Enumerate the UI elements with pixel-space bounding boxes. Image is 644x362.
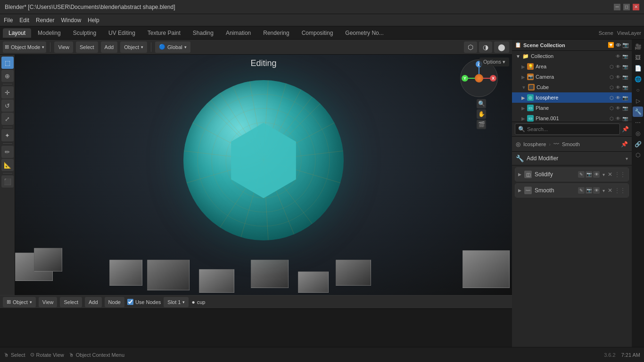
- cube-eye-icon[interactable]: 👁: [616, 85, 620, 90]
- scene-props-icon[interactable]: 🌐: [633, 74, 643, 84]
- outliner-camera[interactable]: ▶ 📷 Camera ⬡ 👁 📷: [512, 72, 632, 82]
- ne-select-btn[interactable]: Select: [60, 297, 82, 307]
- transform-tool[interactable]: ✦: [1, 129, 14, 141]
- smooth-realtime-icon[interactable]: 👁: [593, 187, 600, 194]
- tab-compositing[interactable]: Compositing: [296, 28, 339, 38]
- add-btn[interactable]: Add: [101, 41, 118, 53]
- camera-select-icon[interactable]: ⬡: [610, 74, 614, 80]
- outliner-plane-001[interactable]: ▶ ▭ Plane.001 ⬡ 👁 📷: [512, 113, 632, 122]
- outliner-plane[interactable]: ▶ ▭ Plane ⬡ 👁 📷: [512, 103, 632, 113]
- measure-tool[interactable]: 📐: [1, 159, 14, 171]
- tab-geometry-nodes[interactable]: Geometry No...: [339, 28, 389, 38]
- data-props-icon[interactable]: ⬡: [633, 150, 643, 160]
- pin-icon[interactable]: 📌: [622, 126, 629, 132]
- col-eye-icon[interactable]: 👁: [616, 54, 620, 59]
- cube-select-icon[interactable]: ⬡: [610, 85, 614, 90]
- plane-select-icon[interactable]: ⬡: [610, 106, 614, 111]
- prop-search[interactable]: 🔍: [515, 123, 620, 135]
- obj-props-icon[interactable]: ▷: [633, 96, 643, 106]
- minimize-button[interactable]: ─: [614, 4, 620, 10]
- object-btn[interactable]: Object ▾: [120, 41, 147, 53]
- icosphere-select-icon[interactable]: ⬡: [610, 95, 614, 100]
- viewport-shading-btn[interactable]: ⬡: [464, 41, 477, 53]
- view-btn[interactable]: View: [54, 41, 73, 53]
- solidify-header[interactable]: ▶ ◫ Solidify ✎ 📷 👁 ▾ ✕ ⋮⋮: [515, 168, 628, 181]
- solidify-render-icon[interactable]: 📷: [586, 171, 592, 178]
- cursor-tool[interactable]: ⊕: [1, 70, 14, 82]
- plane-cam-icon[interactable]: 📷: [622, 106, 628, 111]
- render-props-icon[interactable]: 🎥: [633, 41, 643, 52]
- world-props-icon[interactable]: ○: [633, 85, 643, 95]
- outliner-filter-icon[interactable]: 🔽: [608, 42, 614, 48]
- pin-icon-2[interactable]: 📌: [621, 141, 628, 148]
- smooth-delete-btn[interactable]: ✕: [608, 187, 612, 194]
- icosphere-eye-icon[interactable]: 👁: [616, 95, 620, 100]
- tab-animation[interactable]: Animation: [220, 28, 256, 38]
- pan-btn[interactable]: ✋: [477, 109, 486, 119]
- 3d-viewport[interactable]: Editing Options ▾ Z X Y: [15, 55, 512, 295]
- outliner-area[interactable]: ▶ 💡 Area ⬡ 👁 📷: [512, 61, 632, 72]
- tab-modeling[interactable]: Modeling: [32, 28, 66, 38]
- area-eye-icon[interactable]: 👁: [616, 64, 620, 69]
- solidify-drag-handle[interactable]: ⋮⋮: [614, 171, 626, 178]
- ne-slot-btn[interactable]: Slot 1 ▾: [164, 297, 189, 307]
- ne-add-btn[interactable]: Add: [85, 297, 102, 307]
- solidify-delete-btn[interactable]: ✕: [608, 171, 612, 178]
- move-tool[interactable]: ✛: [1, 86, 14, 99]
- ne-mode-btn[interactable]: ⊞ Object ▾: [3, 297, 36, 307]
- transform-btn[interactable]: 🔵 Global ▾: [155, 41, 190, 53]
- smooth-drag-handle[interactable]: ⋮⋮: [614, 187, 626, 194]
- plane001-eye-icon[interactable]: 👁: [616, 116, 620, 121]
- solidify-edit-icon[interactable]: ✎: [578, 171, 585, 178]
- ne-view-btn[interactable]: View: [39, 297, 58, 307]
- menu-file[interactable]: File: [4, 17, 13, 24]
- viewlayer-props-icon[interactable]: 📄: [633, 63, 643, 74]
- outliner-icosphere[interactable]: ▶ ◎ Icosphere ⬡ 👁 📷: [512, 92, 632, 103]
- add-modifier-row[interactable]: 🔧 Add Modifier ▾: [512, 152, 632, 165]
- solidify-dropdown-btn[interactable]: ▾: [602, 172, 606, 178]
- scale-tool[interactable]: ⤢: [1, 113, 14, 125]
- select-box-tool[interactable]: ⬚: [1, 57, 14, 69]
- solidify-realtime-icon[interactable]: 👁: [593, 171, 600, 178]
- ne-node-btn[interactable]: Node: [105, 297, 124, 307]
- outliner-eye-icon[interactable]: 👁: [616, 42, 621, 48]
- rotate-tool[interactable]: ↺: [1, 99, 14, 112]
- tab-shading[interactable]: Shading: [187, 28, 219, 38]
- smooth-dropdown-btn[interactable]: ▾: [602, 188, 606, 194]
- area-select-icon[interactable]: ⬡: [610, 64, 614, 69]
- tab-layout[interactable]: Layout: [3, 28, 31, 38]
- search-input[interactable]: [527, 126, 617, 132]
- menu-edit[interactable]: Edit: [19, 17, 29, 24]
- plane-eye-icon[interactable]: 👁: [616, 106, 620, 111]
- tab-uv-editing[interactable]: UV Editing: [103, 28, 141, 38]
- options-button[interactable]: Options ▾: [479, 58, 509, 66]
- mode-icon-btn[interactable]: ⊞ Object Mode ▾: [3, 41, 46, 53]
- smooth-edit-icon[interactable]: ✎: [578, 187, 585, 194]
- physics-props-icon[interactable]: ◎: [633, 128, 643, 139]
- zoom-in-btn[interactable]: 🔍: [477, 99, 486, 108]
- tab-texture-paint[interactable]: Texture Paint: [142, 28, 186, 38]
- output-props-icon[interactable]: 🖼: [633, 52, 643, 63]
- camera-btn[interactable]: 🎬: [477, 120, 486, 129]
- breadcrumb-icosphere[interactable]: Icosphere: [523, 141, 546, 147]
- viewport-overlay-btn[interactable]: ◑: [479, 41, 492, 53]
- particles-props-icon[interactable]: ⋯: [633, 117, 643, 128]
- constraints-props-icon[interactable]: 🔗: [633, 139, 643, 149]
- annotate-tool[interactable]: ✏: [1, 146, 14, 158]
- plane001-cam-icon[interactable]: 📷: [622, 116, 628, 121]
- modifier-props-icon[interactable]: 🔧: [633, 107, 643, 117]
- maximize-button[interactable]: □: [623, 4, 630, 10]
- camera-eye-icon[interactable]: 👁: [616, 74, 620, 80]
- area-cam-icon[interactable]: 📷: [622, 64, 628, 69]
- smooth-render-icon[interactable]: 📷: [586, 187, 592, 194]
- menu-help[interactable]: Help: [88, 17, 99, 24]
- close-button[interactable]: ✕: [633, 4, 639, 10]
- gizmo-x-axis[interactable]: X: [490, 75, 496, 82]
- plane001-select-icon[interactable]: ⬡: [610, 116, 614, 121]
- outliner-camera-icon[interactable]: 📷: [622, 42, 629, 48]
- menu-window[interactable]: Window: [61, 17, 81, 24]
- add-obj-tool[interactable]: ⬛: [1, 175, 14, 188]
- smooth-header[interactable]: ▶ 〰 Smooth ✎ 📷 👁 ▾ ✕ ⋮⋮: [515, 184, 628, 197]
- tab-rendering[interactable]: Rendering: [257, 28, 295, 38]
- breadcrumb-smooth[interactable]: Smooth: [562, 141, 580, 147]
